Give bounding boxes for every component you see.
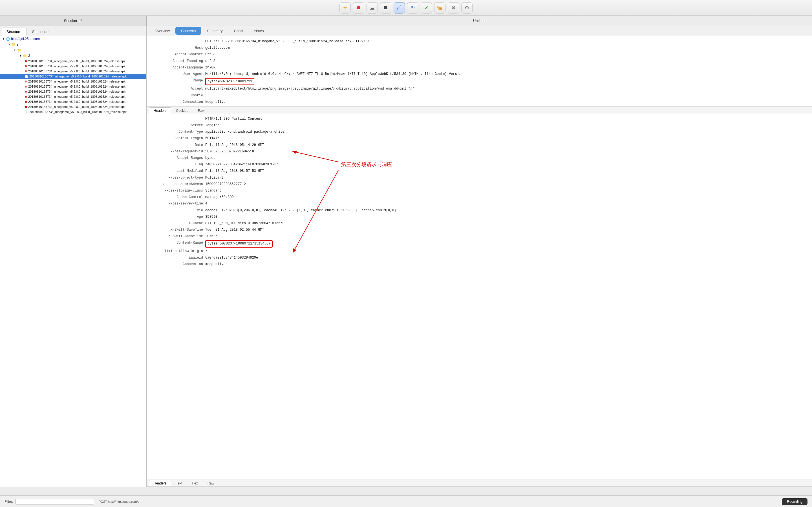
x-oss-hash-val: 15009027999366227712	[205, 182, 246, 187]
pen-tool-btn[interactable]: ✒	[340, 2, 351, 13]
stop-btn[interactable]: ⏹	[380, 2, 391, 13]
tab-summary[interactable]: Summary	[201, 27, 229, 35]
x-cache-val: HIT TCP_MEM_HIT dirn:0:385738847 mlen:0	[205, 221, 285, 226]
tab-sequence[interactable]: Sequence	[27, 27, 54, 36]
doc-icon-selected: 📄	[25, 75, 28, 78]
content-range-key: Content-Range	[152, 240, 203, 247]
tree-file-6[interactable]: ✖ 20180810165734_ninegame_v5.2.0.0_build…	[0, 84, 146, 89]
sub-tab-hex-resp[interactable]: Hex	[187, 480, 202, 487]
sub-tab-text-resp[interactable]: Text	[171, 480, 187, 487]
http-get-line: GET /s/3/3/20180810165734_ninegame_v5.2.…	[147, 38, 812, 45]
tree-file-9[interactable]: ✖ 20180810165734_ninegame_v5.2.0.0_build…	[0, 99, 146, 104]
connection-req-key: Connection	[152, 100, 203, 105]
tree-folder-s[interactable]: ▼ 📁 s	[0, 42, 146, 47]
error-icon-2: ✖	[25, 65, 27, 68]
accept-encoding-key: Accept-Encoding	[152, 59, 203, 64]
sub-tab-headers-resp[interactable]: Headers	[149, 480, 171, 487]
user-agent-val: Mozilla/5.0 (Linux; U; Android 6.0; zh-C…	[205, 71, 461, 77]
server-key: Server	[152, 123, 203, 128]
content-type-val: application/vnd.android.package-archive	[205, 129, 285, 135]
file-10-label: 20180810165734_ninegame_v5.2.0.0_build_1…	[28, 105, 125, 108]
http-cache-control-line: Cache-Control max-age=604800	[147, 194, 812, 201]
session-right: Untitled	[147, 16, 812, 25]
refresh-btn[interactable]: ↻	[407, 2, 418, 13]
filter-label: Filter:	[4, 500, 13, 504]
triangle-icon: ▼	[8, 43, 10, 46]
triangle-icon: ▼	[13, 49, 16, 52]
tab-chart[interactable]: Chart	[229, 27, 249, 35]
tree-file-11[interactable]: 📄 20180810165734_ninegame_v5.2.0.0_build…	[0, 109, 146, 114]
accept-key: Accept	[152, 86, 203, 92]
tree-root[interactable]: ▼ 🌐 http://gdl.25pp.com	[0, 36, 146, 42]
tree-file-8[interactable]: ✖ 20180810165734_ninegame_v5.2.0.0_build…	[0, 94, 146, 99]
right-wrapper: GET /s/3/3/20180810165734_ninegame_v5.2.…	[147, 36, 812, 487]
tree-folder-3-1[interactable]: ▼ 📁 3	[0, 47, 146, 53]
doc-icon-11: 📄	[25, 110, 28, 114]
content-range-val: bytes 5078237-10089711/15134567	[205, 240, 273, 247]
folder-s-label: s	[17, 43, 18, 47]
tree-file-5[interactable]: ✖ 20180810165734_ninegame_v5.2.0.0_build…	[0, 79, 146, 84]
record-btn[interactable]: ⏺	[353, 2, 364, 13]
tree-folder-3-2[interactable]: ▼ 📁 3	[0, 53, 146, 59]
sub-tab-headers-req[interactable]: Headers	[149, 107, 171, 114]
age-val: 358590	[205, 214, 217, 220]
http-x-oss-hash-line: x-oss-hash-crc64ecma 1500902799936622771…	[147, 181, 812, 187]
http-get-key	[152, 39, 203, 44]
http-content-type-line: Content-Type application/vnd.android.pac…	[147, 129, 812, 135]
tab-overview[interactable]: Overview	[149, 27, 175, 35]
last-modified-key: Last-Modified	[152, 168, 203, 174]
tab-notes[interactable]: Notes	[249, 27, 269, 35]
x-oss-storage-val: Standard	[205, 188, 221, 193]
tree-file-2[interactable]: ✖ 20180810165734_ninegame_v5.2.0.0_build…	[0, 64, 146, 69]
http-server-line: Server Tengine	[147, 122, 812, 129]
range-key: Range	[152, 78, 203, 85]
accept-charset-val: utf-8	[205, 52, 215, 57]
cache-control-key: Cache-Control	[152, 194, 203, 200]
http-x-swift-cachetime-line: X-Swift-CacheTime 207525	[147, 233, 812, 240]
x-swift-savetime-val: Tue, 21 Aug 2018 02:55:44 GMT	[205, 227, 264, 233]
http-accept-ranges-line: Accept-Ranges bytes	[147, 155, 812, 161]
triangle-icon: ▼	[2, 38, 5, 40]
via-val: cache13.l2nu20-3[0,206-0,H], cache40.l2n…	[205, 208, 396, 213]
connection-resp-val: keep-alive	[205, 262, 225, 267]
error-icon-5: ✖	[25, 80, 27, 83]
x-oss-server-time-val: 4	[205, 201, 207, 207]
tree-file-10[interactable]: ✖ 20180810165734_ninegame_v5.2.0.0_build…	[0, 104, 146, 109]
pointer-btn[interactable]: 🖊	[394, 2, 405, 13]
check-btn[interactable]: ✔	[421, 2, 432, 13]
basket-btn[interactable]: 🧺	[434, 2, 446, 13]
cookie-key: Cookie	[152, 93, 203, 98]
user-agent-key: User-Agent	[152, 71, 203, 77]
tree-file-selected[interactable]: 📄 20180810165734_ninegame_v5.2.0.0_build…	[0, 74, 146, 79]
x-swift-cachetime-val: 207525	[205, 234, 217, 239]
sub-tab-cookies-req[interactable]: Cookies	[171, 107, 193, 114]
tree-file-7[interactable]: ✖ 20180810165734_ninegame_v5.2.0.0_build…	[0, 89, 146, 94]
recording-button[interactable]: Recording	[782, 498, 808, 505]
tree-file-3[interactable]: ✖ 20180810165734_ninegame_v5.2.0.0_build…	[0, 69, 146, 74]
cloud-btn[interactable]: ☁	[366, 2, 378, 13]
session-bar: Session 1 * Untitled	[0, 16, 812, 26]
right-panel: GET /s/3/3/20180810165734_ninegame_v5.2.…	[147, 36, 812, 479]
x-swift-savetime-key: X-Swift-SaveTime	[152, 227, 203, 233]
bottom-area: Filter: POST http://http.sogou.com/q Rec…	[0, 496, 812, 507]
filter-input[interactable]	[15, 499, 94, 504]
sub-tab-raw-req[interactable]: Raw	[193, 107, 209, 114]
last-modified-val: Fri, 10 Aug 2018 08:57:53 GMT	[205, 168, 264, 174]
error-icon-6: ✖	[25, 85, 27, 88]
file-6-label: 20180810165734_ninegame_v5.2.0.0_build_1…	[28, 85, 125, 88]
tools-btn[interactable]: ✖	[448, 2, 459, 13]
tab-structure[interactable]: Structure	[1, 27, 27, 36]
error-icon-10: ✖	[25, 105, 27, 108]
sub-tab-raw-resp[interactable]: Raw	[203, 480, 219, 487]
content-length-val: 5011475	[205, 136, 219, 141]
tab-contents[interactable]: Contents	[175, 27, 201, 35]
http-x-oss-server-time-line: x-oss-server-time 4	[147, 201, 812, 207]
gear-btn[interactable]: ⚙	[461, 2, 472, 13]
tree-file-1[interactable]: ✖ 20180810165734_ninegame_v5.2.0.0_build…	[0, 59, 146, 64]
http-connection-req-line: Connection keep-alive	[147, 99, 812, 105]
x-oss-hash-key: x-oss-hash-crc64ecma	[152, 182, 203, 187]
x-oss-object-type-key: x-oss-object-type	[152, 175, 203, 180]
http-timing-allow-line: Timing-Allow-Origin *	[147, 248, 812, 255]
x-oss-object-type-val: Multipart	[205, 175, 223, 180]
via-key: Via	[152, 208, 203, 213]
